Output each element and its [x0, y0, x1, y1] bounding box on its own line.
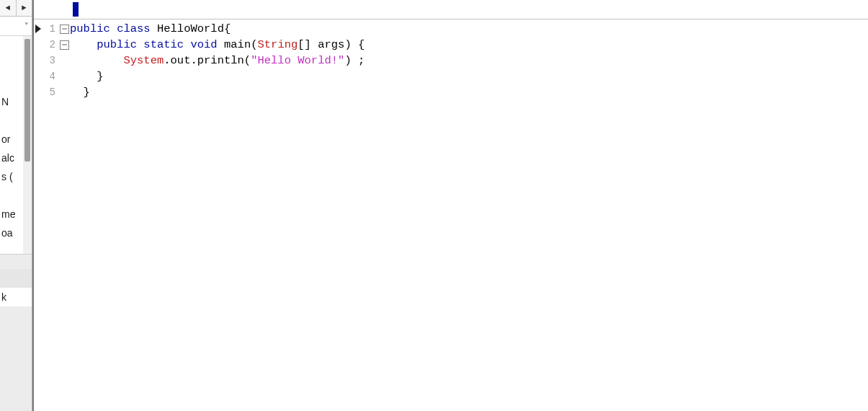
fold-cell: [58, 21, 70, 37]
fold-cell: [58, 37, 70, 53]
sidebar-bottom-header: [0, 269, 32, 288]
editor: ---+----1----+----2----+----3----+----4-…: [32, 0, 868, 411]
fold-cell: [58, 84, 70, 100]
sidebar-top-panel: ◄ ► ˅ Noralcs (meoa: [0, 0, 32, 255]
nav-arrows: ◄ ►: [0, 0, 32, 17]
code-line[interactable]: }: [70, 68, 868, 84]
fold-cell: [58, 68, 70, 84]
sidebar-scrollbar-thumb[interactable]: [24, 39, 30, 162]
line-number-gutter: 12345: [34, 19, 58, 411]
line-number: 4: [34, 68, 58, 84]
line-number: 2: [34, 37, 58, 53]
line-number: 1: [34, 21, 58, 37]
sidebar-bottom-panel: k: [0, 269, 32, 306]
chevron-down-icon[interactable]: ˅: [24, 22, 29, 31]
sidebar-filter-row: ˅: [0, 17, 32, 36]
line-number: 5: [34, 84, 58, 100]
fold-toggle-icon[interactable]: [60, 40, 69, 50]
code-area[interactable]: 12345 public class HelloWorld{ public st…: [34, 19, 868, 411]
fold-cell: [58, 53, 70, 68]
code-line[interactable]: }: [70, 84, 868, 100]
nav-forward-button[interactable]: ►: [17, 0, 32, 16]
code-line[interactable]: System.out.println("Hello World!") ;: [70, 53, 868, 68]
column-ruler: ---+----1----+----2----+----3----+----4-…: [34, 0, 868, 19]
code-line[interactable]: public class HelloWorld{: [70, 21, 868, 37]
nav-back-button[interactable]: ◄: [0, 0, 17, 16]
ruler-caret-icon: [73, 2, 79, 17]
current-line-icon: [35, 25, 41, 33]
code-text[interactable]: public class HelloWorld{ public static v…: [70, 19, 868, 411]
line-number: 3: [34, 53, 58, 68]
sidebar-scrollbar[interactable]: [23, 36, 32, 254]
sidebar-item[interactable]: k: [0, 288, 32, 306]
code-line[interactable]: public static void main(String[] args) {: [70, 37, 868, 53]
fold-toggle-icon[interactable]: [60, 25, 69, 34]
sidebar: ◄ ► ˅ Noralcs (meoa k: [0, 0, 32, 411]
fold-column: [58, 19, 70, 411]
sidebar-top-list: Noralcs (meoa: [0, 36, 32, 255]
